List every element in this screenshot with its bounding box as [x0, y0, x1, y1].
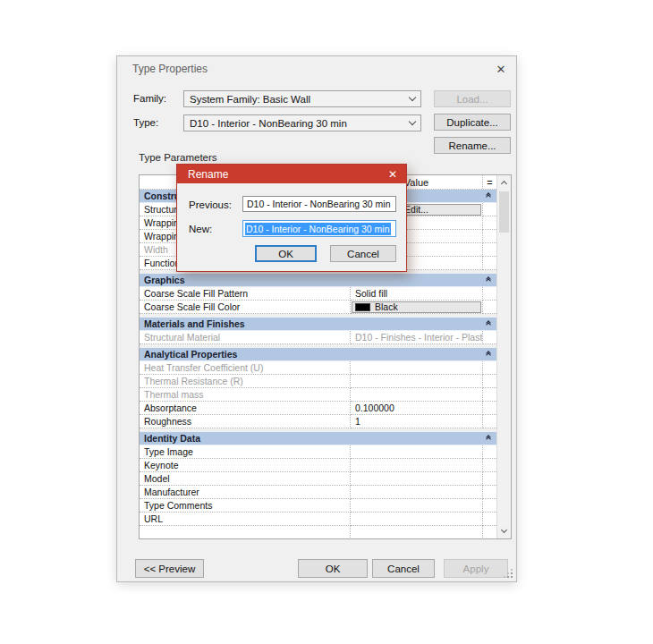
- param-name-cell: Heat Transfer Coefficient (U): [140, 361, 351, 375]
- eq-cell[interactable]: [483, 243, 496, 257]
- table-row: Structural MaterialD10 - Finishes - Inte…: [140, 331, 496, 344]
- rename-cancel-button[interactable]: Cancel: [330, 245, 396, 262]
- eq-cell[interactable]: [483, 375, 496, 388]
- param-name-cell: Coarse Scale Fill Pattern: [140, 287, 351, 301]
- cancel-button[interactable]: Cancel: [372, 559, 435, 578]
- scroll-up-icon[interactable]: [497, 175, 511, 190]
- section-label: Analytical Properties: [140, 349, 237, 360]
- param-value-cell[interactable]: [351, 361, 483, 375]
- param-value-cell[interactable]: [351, 459, 483, 472]
- family-value: System Family: Basic Wall: [190, 94, 310, 105]
- type-label: Type:: [133, 117, 158, 128]
- resize-grip[interactable]: [504, 569, 513, 578]
- color-value-button[interactable]: Black: [352, 301, 481, 313]
- param-value-cell[interactable]: Black: [351, 301, 483, 314]
- type-properties-dialog: Type Properties ✕ Family: System Family:…: [116, 55, 517, 582]
- eq-cell[interactable]: [483, 499, 496, 513]
- section-label: Materials and Finishes: [140, 318, 245, 329]
- table-scrollbar[interactable]: [496, 175, 511, 538]
- param-name-cell: [140, 526, 351, 538]
- table-row: Thermal Resistance (R): [140, 375, 496, 388]
- collapse-chevrons-icon[interactable]: [487, 277, 490, 283]
- eq-cell[interactable]: [483, 287, 496, 301]
- table-row: Roughness1: [140, 415, 496, 428]
- rename-ok-button[interactable]: OK: [255, 245, 317, 262]
- section-row[interactable]: Analytical Properties: [140, 348, 496, 361]
- table-row: Coarse Scale Fill PatternSolid fill: [140, 287, 496, 301]
- family-select[interactable]: System Family: Basic Wall: [183, 90, 421, 107]
- param-value-text: Solid fill: [351, 288, 387, 299]
- rename-title: Rename: [188, 168, 228, 181]
- load-button: Load...: [434, 90, 511, 107]
- table-row: Manufacturer: [140, 486, 496, 499]
- collapse-chevrons-icon[interactable]: [487, 193, 490, 199]
- collapse-chevrons-icon[interactable]: [487, 352, 490, 357]
- param-value-cell[interactable]: [351, 526, 483, 538]
- collapse-chevrons-icon[interactable]: [487, 321, 490, 326]
- param-value-cell[interactable]: D10 - Finishes - Interior - Plast: [351, 331, 483, 344]
- param-value-cell[interactable]: 1: [351, 415, 483, 428]
- header-eq[interactable]: =: [483, 175, 496, 189]
- param-value-cell[interactable]: 0.100000: [351, 402, 483, 415]
- eq-cell[interactable]: [483, 216, 496, 230]
- eq-cell[interactable]: [483, 388, 496, 402]
- eq-cell[interactable]: [483, 301, 496, 314]
- scroll-down-icon[interactable]: [497, 524, 511, 538]
- param-name-cell: Thermal Resistance (R): [140, 375, 351, 388]
- param-value-cell[interactable]: [351, 472, 483, 486]
- param-value-cell[interactable]: [351, 486, 483, 499]
- family-label: Family:: [133, 93, 166, 104]
- type-select[interactable]: D10 - Interior - NonBearing 30 min: [183, 114, 421, 131]
- table-row: Heat Transfer Coefficient (U): [140, 361, 496, 375]
- color-swatch: [355, 303, 370, 311]
- type-value: D10 - Interior - NonBearing 30 min: [190, 118, 347, 129]
- param-value-cell[interactable]: Solid fill: [351, 287, 483, 301]
- eq-cell[interactable]: [483, 459, 496, 472]
- param-value-cell[interactable]: [351, 375, 483, 388]
- param-name-cell: Coarse Scale Fill Color: [140, 301, 351, 314]
- section-row[interactable]: Materials and Finishes: [140, 318, 496, 331]
- preview-button[interactable]: << Preview: [135, 559, 204, 578]
- chevron-up-icon: [501, 181, 507, 187]
- param-name-cell: Type Image: [140, 445, 351, 459]
- apply-button: Apply: [444, 559, 508, 578]
- ok-button[interactable]: OK: [298, 559, 368, 578]
- eq-cell[interactable]: [483, 472, 496, 486]
- section-row[interactable]: Graphics: [140, 274, 496, 287]
- eq-cell[interactable]: [483, 331, 496, 344]
- previous-field: D10 - Interior - NonBearing 30 min: [242, 196, 396, 212]
- eq-cell[interactable]: [483, 526, 496, 538]
- table-row: Keynote: [140, 459, 496, 472]
- param-value-cell[interactable]: [351, 445, 483, 459]
- param-value-cell[interactable]: [351, 513, 483, 526]
- screen: Type Properties ✕ Family: System Family:…: [0, 0, 653, 644]
- new-field[interactable]: D10 - Interior - NonBearing 30 min: [242, 220, 396, 237]
- chevron-down-icon: [409, 118, 416, 125]
- table-row: Model: [140, 472, 496, 486]
- param-value-cell[interactable]: [351, 388, 483, 402]
- eq-cell[interactable]: [483, 203, 496, 216]
- rename-close-icon[interactable]: ✕: [383, 165, 403, 183]
- param-name-cell: Absorptance: [140, 402, 351, 415]
- scrollbar-thumb[interactable]: [499, 191, 509, 233]
- eq-cell[interactable]: [483, 415, 496, 428]
- eq-cell[interactable]: [483, 361, 496, 375]
- chevron-down-icon: [409, 94, 416, 101]
- eq-cell[interactable]: [483, 513, 496, 526]
- rename-button[interactable]: Rename...: [434, 137, 511, 154]
- eq-cell[interactable]: [483, 257, 496, 270]
- param-name-cell: Structural Material: [140, 331, 351, 344]
- previous-value: D10 - Interior - NonBearing 30 min: [247, 199, 391, 209]
- param-value-cell[interactable]: [351, 499, 483, 513]
- eq-cell[interactable]: [483, 486, 496, 499]
- eq-cell[interactable]: [483, 402, 496, 415]
- duplicate-button[interactable]: Duplicate...: [434, 114, 511, 131]
- eq-cell[interactable]: [483, 230, 496, 243]
- section-row[interactable]: Identity Data: [140, 432, 496, 445]
- collapse-chevrons-icon[interactable]: [487, 436, 490, 441]
- close-icon[interactable]: ✕: [491, 60, 511, 78]
- type-parameters-label: Type Parameters: [139, 152, 217, 163]
- eq-cell[interactable]: [483, 445, 496, 459]
- new-label: New:: [189, 224, 212, 234]
- rename-titlebar[interactable]: Rename ✕: [177, 165, 406, 183]
